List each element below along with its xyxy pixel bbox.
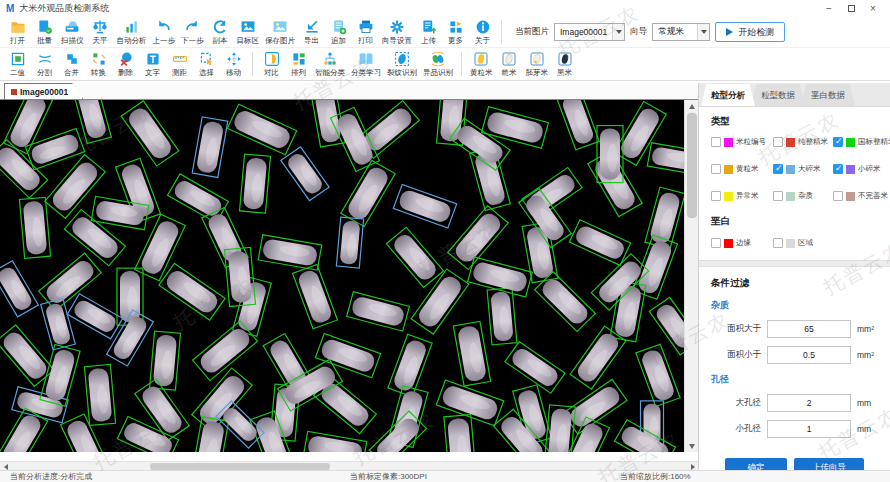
checkbox[interactable] <box>773 164 783 174</box>
toolbar-button-rice-germ[interactable]: 胚芽米 <box>523 50 552 79</box>
toolbar-button-rice-brown[interactable]: 糙米 <box>496 50 523 79</box>
scroll-up-icon[interactable] <box>685 100 699 112</box>
rice-grain[interactable] <box>193 321 258 381</box>
rice-grain[interactable] <box>117 268 143 325</box>
toolbar-button-arrange[interactable]: 排列 <box>285 50 312 79</box>
checkbox[interactable] <box>711 137 721 147</box>
rice-grain[interactable] <box>191 417 228 452</box>
wizard-select[interactable]: 常规米 <box>652 23 710 41</box>
toolbar-button-print[interactable]: 打印 <box>352 18 379 47</box>
checkbox[interactable] <box>833 191 843 201</box>
rice-grain[interactable] <box>150 331 181 390</box>
rice-grain[interactable] <box>258 235 322 270</box>
toolbar-button-open[interactable]: 打开 <box>4 18 31 47</box>
rice-grain[interactable] <box>135 214 186 280</box>
toolbar-button-target[interactable]: 目标区 <box>234 18 263 47</box>
toolbar-button-about[interactable]: 关于 <box>469 18 496 47</box>
rice-grain[interactable] <box>519 188 572 247</box>
checkbox-item-异常米[interactable]: 异常米 <box>711 191 773 201</box>
checkbox-item-黄粒米[interactable]: 黄粒米 <box>711 164 773 174</box>
rice-grain[interactable] <box>569 220 630 266</box>
canvas-horizontal-scrollbar[interactable] <box>0 461 698 470</box>
toolbar-button-scale[interactable]: 天平 <box>87 18 114 47</box>
rice-grain[interactable] <box>557 100 600 150</box>
checkbox-item-不完善米[interactable]: 不完善米 <box>833 191 890 201</box>
minimize-button[interactable]: − <box>818 0 840 17</box>
toolbar-button-book[interactable]: 分类学习 <box>348 50 384 79</box>
maximize-button[interactable] <box>840 5 862 12</box>
rice-grain[interactable] <box>636 344 680 406</box>
toolbar-button-ruler[interactable]: 测距 <box>166 50 193 79</box>
toolbar-button-move[interactable]: 移动 <box>220 50 247 79</box>
filter-input[interactable] <box>767 394 851 412</box>
analysis-canvas[interactable] <box>0 100 684 452</box>
rice-grain[interactable] <box>336 217 363 268</box>
checkbox-item-米粒编号[interactable]: 米粒编号 <box>711 137 773 147</box>
toolbar-button-rice-yellow[interactable]: 黄粒米 <box>467 50 496 79</box>
rice-grain[interactable] <box>293 265 338 329</box>
scroll-down-icon[interactable] <box>685 440 699 452</box>
vertical-scroll-thumb[interactable] <box>687 113 697 218</box>
rice-grain[interactable] <box>535 272 596 332</box>
rice-grain[interactable] <box>84 364 115 425</box>
rice-grain[interactable] <box>19 197 50 258</box>
horizontal-scroll-thumb[interactable] <box>150 463 330 470</box>
rice-grain[interactable] <box>303 431 367 452</box>
rice-grain[interactable] <box>67 294 122 339</box>
rice-grain[interactable] <box>73 100 112 144</box>
rice-grain[interactable] <box>192 117 228 178</box>
chevron-down-icon[interactable] <box>612 24 624 40</box>
rice-grain[interactable] <box>570 326 626 389</box>
panel-tab-粒型数据[interactable]: 粒型数据 <box>751 84 805 106</box>
image-tab[interactable]: Image00001 <box>4 83 83 99</box>
filter-input[interactable] <box>767 420 851 438</box>
checkbox[interactable] <box>833 137 843 147</box>
checkbox-item-区域[interactable]: 区域 <box>773 238 878 248</box>
toolbar-button-split[interactable]: 分割 <box>31 50 58 79</box>
chevron-down-icon[interactable] <box>697 24 709 40</box>
rice-grain[interactable] <box>347 292 410 331</box>
toolbar-button-convert[interactable]: 转换 <box>85 50 112 79</box>
toolbar-button-redo[interactable]: 下一步 <box>178 18 207 47</box>
rice-grain[interactable] <box>0 261 38 317</box>
toolbar-button-undo[interactable]: 上一步 <box>150 18 179 47</box>
toolbar-button-contrast[interactable]: 对比 <box>258 50 285 79</box>
toolbar-button-foreign[interactable]: 异品识别 <box>420 50 456 79</box>
checkbox-item-杂质[interactable]: 杂质 <box>773 191 833 201</box>
toolbar-button-append[interactable]: 追加 <box>325 18 352 47</box>
rice-grain[interactable] <box>453 321 490 386</box>
toolbar-button-save[interactable]: 保存图片 <box>262 18 298 47</box>
checkbox-item-大碎米[interactable]: 大碎米 <box>773 164 833 174</box>
checkbox[interactable] <box>833 164 843 174</box>
checkbox-item-边缘[interactable]: 边缘 <box>711 238 773 248</box>
rice-grain[interactable] <box>25 129 84 170</box>
panel-tab-粒型分析[interactable]: 粒型分析 <box>701 84 755 106</box>
rice-grain[interactable] <box>45 155 106 219</box>
toolbar-button-tree[interactable]: 智能分类 <box>312 50 348 79</box>
rice-grain[interactable] <box>597 126 623 183</box>
checkbox-item-小碎米[interactable]: 小碎米 <box>833 164 890 174</box>
rice-grain[interactable] <box>487 288 517 345</box>
rice-grain[interactable] <box>0 408 48 452</box>
current-image-select[interactable]: Image00001 <box>554 23 625 41</box>
rice-grain[interactable] <box>227 104 296 155</box>
checkbox-item-纯整精米[interactable]: 纯整精米 <box>773 137 833 147</box>
rice-grain[interactable] <box>41 298 76 349</box>
filter-input[interactable] <box>767 320 851 338</box>
checkbox[interactable] <box>773 191 783 201</box>
toolbar-button-upload[interactable]: 上传 <box>415 18 442 47</box>
toolbar-button-crack[interactable]: 裂纹识别 <box>384 50 420 79</box>
checkbox[interactable] <box>711 164 721 174</box>
rice-grain[interactable] <box>40 344 80 406</box>
rice-grain[interactable] <box>448 206 509 270</box>
rice-grain[interactable] <box>240 154 271 213</box>
toolbar-button-gear[interactable]: 向导设置 <box>379 18 415 47</box>
toolbar-button-export[interactable]: 导出 <box>298 18 325 47</box>
rice-grain[interactable] <box>468 257 533 297</box>
rice-grain[interactable] <box>341 160 395 226</box>
checkbox[interactable] <box>773 238 783 248</box>
close-button[interactable]: × <box>862 0 884 17</box>
toolbar-button-analyze[interactable]: 自动分析 <box>114 18 150 47</box>
toolbar-button-rice-black[interactable]: 黑米 <box>551 50 578 79</box>
rice-grain[interactable] <box>444 415 476 452</box>
